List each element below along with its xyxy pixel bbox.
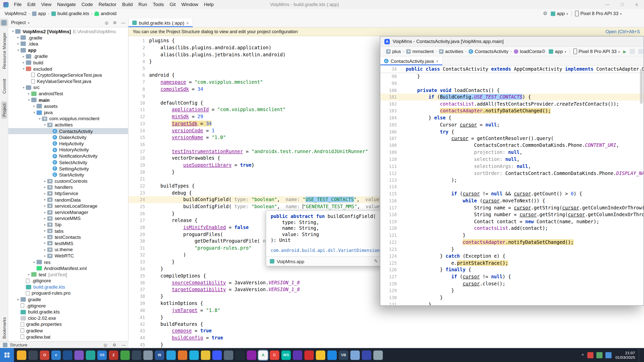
line-number[interactable]: 45 <box>129 342 149 348</box>
code-line[interactable]: 115 if (cursor != null && cursor.getCoun… <box>380 191 644 197</box>
line-number[interactable]: 108 <box>380 142 401 149</box>
line-number[interactable]: 8 <box>129 86 149 93</box>
line-number[interactable]: 125 <box>380 260 401 267</box>
minimize-button[interactable] <box>605 2 609 8</box>
tree-item[interactable]: CryptoStorageServiceTest.java <box>8 72 128 78</box>
taskbar-app-icon[interactable] <box>132 350 141 360</box>
code-line[interactable]: 128 cursor.close(); <box>380 280 644 287</box>
code-line[interactable]: 122 contactsAdapter.notifyDataSetChanged… <box>380 239 644 246</box>
line-number[interactable]: 115 <box>380 191 401 197</box>
code-line[interactable]: 130 } <box>380 294 644 301</box>
line-number[interactable]: 98 <box>380 73 401 80</box>
code-line[interactable]: 45 } <box>129 342 644 348</box>
line-number[interactable]: 124 <box>380 253 401 259</box>
taskbar-app-icon[interactable] <box>17 350 26 360</box>
toolbar-icon[interactable] <box>630 49 635 54</box>
tree-item[interactable]: ContactsActivity <box>8 128 128 134</box>
tree-item[interactable]: ▸test[unitTest] <box>8 272 128 278</box>
taskbar-app-icon[interactable] <box>304 350 314 360</box>
toolwindow-button-commit[interactable]: Commit <box>1 77 7 96</box>
line-number[interactable]: 116 <box>380 197 401 204</box>
tree-item[interactable]: SettingActivity <box>8 165 128 172</box>
code-line[interactable]: 108 ContactsContract.CommonDataKinds.Pho… <box>380 142 644 149</box>
taskbar-app-icon[interactable] <box>166 350 176 360</box>
settings-wrench-icon[interactable] <box>543 11 547 16</box>
line-number[interactable]: 33 <box>129 259 149 266</box>
line-number[interactable]: 28 <box>129 224 149 231</box>
tree-item[interactable]: ▸ui.theme <box>8 247 128 253</box>
tree-item[interactable]: build.gradle.kts <box>8 309 128 315</box>
device-selector[interactable]: Pixel 8 Pro API 33 <box>573 49 620 54</box>
tree-item[interactable]: ▸serviceMMS <box>8 215 128 222</box>
line-number[interactable]: 38 <box>129 293 149 300</box>
tree-item[interactable]: ▸customControls <box>8 178 128 184</box>
line-number[interactable]: 17 <box>129 148 149 155</box>
maximize-button[interactable] <box>621 2 624 8</box>
breadcrumb-item[interactable]: mmsclient <box>405 49 435 54</box>
code-line[interactable]: 124 } catch (Exception e) { <box>380 253 644 259</box>
code-line[interactable]: 123 } <box>380 246 644 253</box>
line-number[interactable]: 10 <box>129 100 149 106</box>
code-line[interactable]: 131 } <box>380 301 644 305</box>
line-number[interactable]: 27 <box>129 217 149 224</box>
device-selector[interactable]: Pixel 8 Pro API 33 <box>575 11 622 16</box>
project-panel-title[interactable]: Project <box>11 20 26 25</box>
tree-item[interactable]: ▸serviceManager <box>8 209 128 215</box>
line-number[interactable]: 43 <box>129 328 149 335</box>
line-number[interactable]: 4 <box>129 58 149 65</box>
code-line[interactable]: 127 if (cursor != null) { <box>380 274 644 281</box>
line-number[interactable]: 34 <box>129 265 149 273</box>
taskbar-app-icon[interactable]: A <box>258 350 268 360</box>
code-line[interactable]: 42 buildFeatures { <box>129 321 644 328</box>
tree-item[interactable]: ▸httpService <box>8 190 128 197</box>
code-line[interactable]: 121 } <box>380 232 644 239</box>
line-number[interactable]: 99 <box>380 80 401 87</box>
tree-item[interactable]: SelectActivity <box>8 159 128 165</box>
code-line[interactable]: 103 contactsAdapter.notifyDataSetChanged… <box>380 108 644 114</box>
line-number[interactable]: 37 <box>129 286 149 293</box>
code-line[interactable]: 107 cursor = getContentResolver().query( <box>380 135 644 142</box>
line-number[interactable]: 114 <box>380 184 401 190</box>
breadcrumb-item[interactable]: activities <box>438 49 464 54</box>
taskbar-app-icon[interactable] <box>350 350 360 360</box>
line-number[interactable]: 25 <box>129 203 149 210</box>
taskbar-app-icon[interactable] <box>373 350 383 360</box>
tree-item[interactable]: NotificationActivity <box>8 153 128 159</box>
hide-panel-icon[interactable] <box>121 20 125 25</box>
code-line[interactable]: 109 projection: null, <box>380 149 644 156</box>
menu-item-view[interactable]: View <box>38 2 54 7</box>
tree-item[interactable]: ▾VoipMms2 [VoipMms]E:\Android\VoipMms <box>8 28 128 35</box>
taskbar-app-icon[interactable] <box>247 350 256 360</box>
line-number[interactable]: 119 <box>380 218 401 225</box>
tree-item[interactable]: ▾excluded <box>8 66 128 72</box>
settings-wrench-icon[interactable] <box>541 49 546 54</box>
tree-item[interactable]: ▾app <box>8 47 128 53</box>
line-number[interactable]: 131 <box>380 301 401 305</box>
taskbar-app-icon[interactable] <box>293 350 302 360</box>
code-line[interactable]: 40 jvmTarget = "1.8" <box>129 307 644 314</box>
tree-item[interactable]: ▸.idea <box>8 41 128 47</box>
code-line[interactable]: 112 sortOrder: ContactsContract.CommonDa… <box>380 170 644 176</box>
line-number[interactable]: 118 <box>380 211 401 218</box>
line-number[interactable]: 42 <box>129 321 149 328</box>
locate-icon[interactable] <box>104 342 107 347</box>
tree-item[interactable]: KeyValueServiceTest.java <box>8 78 128 84</box>
scrollbar-thumb[interactable] <box>640 69 643 104</box>
line-number[interactable]: 104 <box>380 114 401 121</box>
line-number[interactable]: 1 <box>129 37 149 44</box>
line-number[interactable]: 6 <box>129 72 149 79</box>
line-number[interactable]: 103 <box>380 108 401 114</box>
code-line[interactable]: 111 selectionArgs: null, <box>380 163 644 170</box>
toolwindow-button-bookmarks[interactable]: Bookmarks <box>1 315 7 341</box>
taskbar-app-icon[interactable] <box>362 350 371 360</box>
line-number[interactable]: 30 <box>129 238 149 245</box>
breadcrumb-item[interactable]: build.gradle.kts <box>50 11 91 16</box>
taskbar-app-icon[interactable] <box>201 350 210 360</box>
code-line[interactable]: 100 private void loadContacts() { <box>380 87 644 94</box>
show-desktop-button[interactable] <box>639 348 641 362</box>
code-line[interactable]: 129 } <box>380 287 644 294</box>
line-number[interactable]: 101 <box>380 94 401 101</box>
menu-item-navigate[interactable]: Navigate <box>54 2 79 7</box>
line-number[interactable]: 111 <box>380 163 401 170</box>
menu-item-tools[interactable]: Tools <box>150 2 167 7</box>
